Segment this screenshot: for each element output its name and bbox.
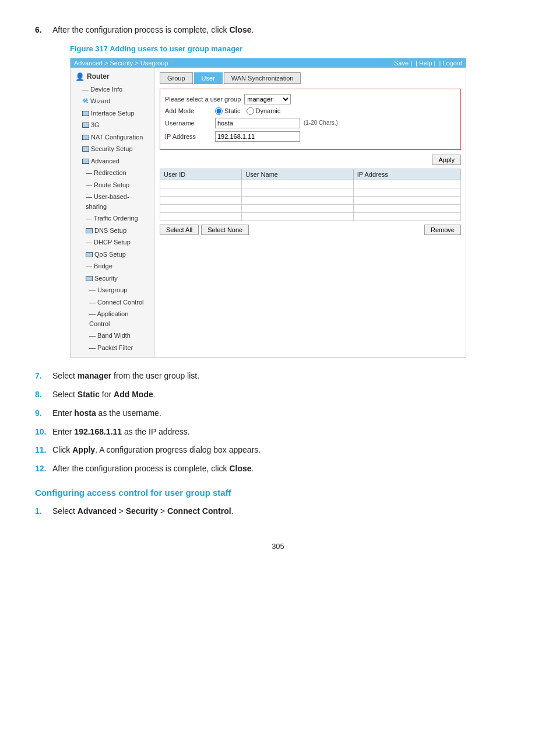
user-icon: 👤 bbox=[75, 72, 85, 81]
radio-dynamic[interactable]: Dynamic bbox=[247, 107, 281, 115]
sidebar-item-security-setup[interactable]: Security Setup bbox=[71, 143, 154, 155]
radio-static-input[interactable] bbox=[215, 107, 223, 115]
main-panel: Group User WAN Synchronization Please se… bbox=[155, 68, 466, 358]
sidebar-item-security[interactable]: Security bbox=[71, 272, 154, 285]
step-7: 7. Select manager from the user group li… bbox=[35, 369, 521, 383]
screenshot-frame: Advanced > Security > Usegroup Save | He… bbox=[70, 58, 466, 358]
step-8: 8. Select Static for Add Mode. bbox=[35, 388, 521, 402]
username-hint: (1-20 Chars.) bbox=[304, 120, 338, 126]
add-mode-label: Add Mode bbox=[165, 107, 212, 114]
table-row-empty-5 bbox=[160, 212, 461, 220]
sidebar-item-3g[interactable]: 3G bbox=[71, 119, 154, 131]
table-row-empty-3 bbox=[160, 196, 461, 204]
ip-label: IP Address bbox=[165, 133, 212, 140]
user-form: Please select a user group manager Add M… bbox=[160, 89, 461, 150]
final-step-content: Select Advanced > Security > Connect Con… bbox=[52, 505, 521, 519]
help-link[interactable]: | Help bbox=[416, 60, 435, 66]
radio-static-label: Static bbox=[224, 107, 241, 114]
topbar-path: Advanced > Security > Usegroup bbox=[74, 60, 168, 66]
sidebar-item-usergroup[interactable]: — Usergroup bbox=[71, 284, 154, 296]
tab-wan-sync[interactable]: WAN Synchronization bbox=[224, 72, 301, 84]
tab-group[interactable]: Group bbox=[160, 72, 193, 84]
final-step-number: 1. bbox=[35, 505, 52, 519]
topbar: Advanced > Security > Usegroup Save | He… bbox=[71, 58, 466, 68]
step-8-number: 8. bbox=[35, 388, 52, 402]
nat-icon bbox=[82, 135, 89, 140]
dns-icon bbox=[86, 228, 93, 233]
apply-button[interactable]: Apply bbox=[432, 155, 461, 165]
step-10-number: 10. bbox=[35, 425, 52, 439]
step-12: 12. After the configuration process is c… bbox=[35, 462, 521, 476]
sidebar-item-route-setup[interactable]: — Route Setup bbox=[71, 179, 154, 191]
step-6-number: 6. bbox=[35, 23, 52, 37]
username-row: Username (1-20 Chars.) bbox=[165, 118, 456, 128]
wizard-icon: 🛠 bbox=[82, 96, 89, 106]
3g-icon bbox=[82, 123, 89, 128]
radio-static[interactable]: Static bbox=[215, 107, 241, 115]
sidebar-item-bridge[interactable]: — Bridge bbox=[71, 260, 154, 272]
table-row-empty-2 bbox=[160, 188, 461, 196]
step-7-content: Select manager from the user group list. bbox=[52, 369, 521, 383]
sidebar-item-dhcp-setup[interactable]: — DHCP Setup bbox=[71, 236, 154, 249]
interface-icon bbox=[82, 111, 89, 116]
sidebar-item-nat[interactable]: NAT Configuration bbox=[71, 131, 154, 144]
sidebar-item-device-info[interactable]: — Device Info bbox=[71, 83, 154, 96]
save-link[interactable]: Save bbox=[394, 60, 412, 66]
ss-body: 👤 Router — Device Info 🛠Wizard Interface… bbox=[71, 68, 466, 358]
sidebar-item-connect-control[interactable]: — Connect Control bbox=[71, 296, 154, 309]
col-user-id: User ID bbox=[160, 169, 242, 180]
step-11-content: Click Apply. A configuration progress di… bbox=[52, 443, 521, 457]
security-icon bbox=[86, 276, 93, 281]
step-6: 6. After the configuration process is co… bbox=[35, 23, 521, 37]
topbar-links[interactable]: Save | Help | Logout bbox=[394, 60, 462, 66]
radio-dynamic-label: Dynamic bbox=[256, 107, 281, 114]
step-8-content: Select Static for Add Mode. bbox=[52, 388, 521, 402]
col-ip-address: IP Address bbox=[353, 169, 460, 180]
select-all-button[interactable]: Select All bbox=[160, 225, 199, 235]
sidebar-item-user-based-sharing[interactable]: — User-based-sharing bbox=[71, 191, 154, 212]
select-buttons: Select All Select None bbox=[160, 225, 249, 235]
radio-dynamic-input[interactable] bbox=[247, 107, 254, 115]
tab-user[interactable]: User bbox=[194, 72, 223, 84]
sidebar-item-traffic-ordering[interactable]: — Traffic Ordering bbox=[71, 212, 154, 225]
users-table: User ID User Name IP Address bbox=[160, 169, 461, 221]
username-label: Username bbox=[165, 120, 212, 127]
steps-list: 7. Select manager from the user group li… bbox=[35, 369, 521, 476]
step-12-content: After the configuration process is compl… bbox=[52, 462, 521, 476]
ip-input[interactable] bbox=[215, 131, 300, 142]
sidebar-item-packet-filter[interactable]: — Packet Filter bbox=[71, 342, 154, 354]
sidebar-item-qos-setup[interactable]: QoS Setup bbox=[71, 249, 154, 261]
sidebar-item-redirection[interactable]: — Redirection bbox=[71, 167, 154, 179]
sidebar-item-wizard[interactable]: 🛠Wizard bbox=[71, 95, 154, 107]
username-input[interactable] bbox=[215, 118, 300, 128]
sidebar: 👤 Router — Device Info 🛠Wizard Interface… bbox=[71, 68, 155, 358]
step-7-number: 7. bbox=[35, 369, 52, 383]
sidebar-item-application-control[interactable]: — Application Control bbox=[71, 308, 154, 330]
step-9-number: 9. bbox=[35, 407, 52, 421]
section-heading: Configuring access control for user grou… bbox=[35, 488, 521, 498]
table-row-empty-4 bbox=[160, 204, 461, 212]
final-step-1: 1. Select Advanced > Security > Connect … bbox=[35, 505, 521, 519]
sidebar-item-interface-setup[interactable]: Interface Setup bbox=[71, 107, 154, 120]
add-mode-radios: Static Dynamic bbox=[215, 107, 280, 115]
step-9-content: Enter hosta as the username. bbox=[52, 407, 521, 421]
user-group-select[interactable]: manager bbox=[244, 94, 291, 104]
step-10-content: Enter 192.168.1.11 as the IP address. bbox=[52, 425, 521, 439]
ip-row: IP Address bbox=[165, 131, 456, 142]
sidebar-item-band-width[interactable]: — Band Width bbox=[71, 330, 154, 342]
logout-link[interactable]: | Logout bbox=[439, 60, 462, 66]
sidebar-item-dns-setup[interactable]: DNS Setup bbox=[71, 225, 154, 237]
step-11-number: 11. bbox=[35, 443, 52, 457]
sidebar-item-advanced[interactable]: Advanced bbox=[71, 155, 154, 167]
select-group-row: Please select a user group manager bbox=[165, 94, 456, 104]
step-6-content: After the configuration process is compl… bbox=[52, 23, 254, 37]
qos-icon bbox=[86, 252, 93, 257]
col-user-name: User Name bbox=[242, 169, 354, 180]
table-row-empty-1 bbox=[160, 180, 461, 188]
security-setup-icon bbox=[82, 146, 89, 152]
select-none-button[interactable]: Select None bbox=[201, 225, 249, 235]
remove-button[interactable]: Remove bbox=[424, 225, 461, 235]
advanced-icon bbox=[82, 159, 89, 164]
step-12-number: 12. bbox=[35, 462, 52, 476]
step-9: 9. Enter hosta as the username. bbox=[35, 407, 521, 421]
